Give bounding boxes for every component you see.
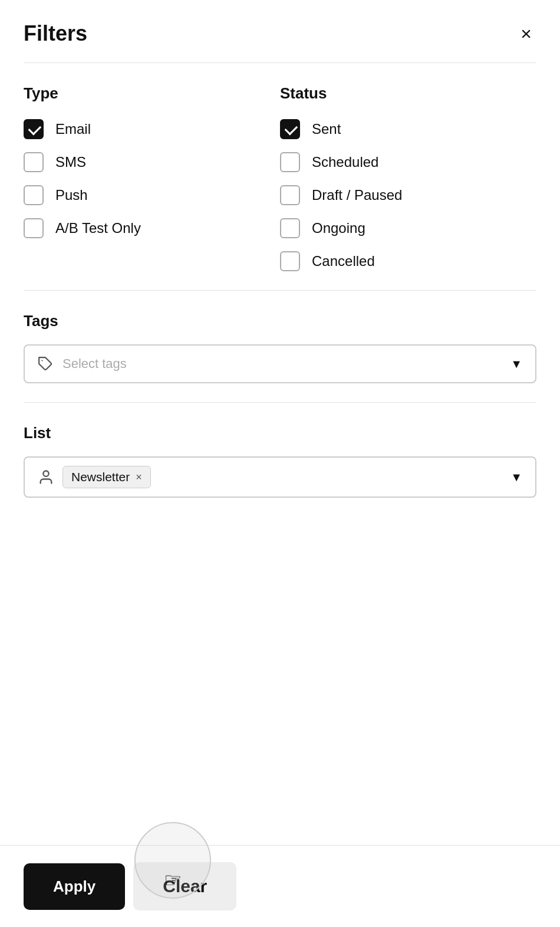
checkbox-sms[interactable]: SMS bbox=[24, 152, 280, 172]
checkbox-cancelled[interactable]: Cancelled bbox=[280, 251, 536, 271]
checkbox-cancelled-label: Cancelled bbox=[312, 253, 375, 269]
tags-dropdown[interactable]: Select tags ▼ bbox=[24, 344, 536, 383]
checkbox-cancelled-box[interactable] bbox=[280, 251, 300, 271]
filters-content: Type Email SMS Push A/ bbox=[0, 63, 560, 609]
checkbox-email-box[interactable] bbox=[24, 119, 44, 139]
clear-button[interactable]: Clear bbox=[133, 862, 236, 910]
tags-section: Tags Select tags ▼ bbox=[24, 291, 536, 403]
checkbox-sent-box[interactable] bbox=[280, 119, 300, 139]
close-button[interactable]: × bbox=[516, 22, 536, 45]
checkbox-email-label: Email bbox=[55, 121, 91, 137]
checkbox-push-box[interactable] bbox=[24, 185, 44, 205]
checkbox-ab-test-label: A/B Test Only bbox=[55, 220, 141, 236]
checkbox-ongoing-label: Ongoing bbox=[312, 220, 365, 236]
newsletter-chip-close[interactable]: × bbox=[136, 472, 142, 482]
checkbox-ab-test-box[interactable] bbox=[24, 218, 44, 238]
apply-button[interactable]: Apply bbox=[24, 863, 125, 910]
checkbox-sent-label: Sent bbox=[312, 121, 341, 137]
newsletter-chip: Newsletter × bbox=[62, 466, 151, 488]
tags-placeholder: Select tags bbox=[62, 356, 501, 372]
checkbox-sms-box[interactable] bbox=[24, 152, 44, 172]
list-chevron-icon: ▼ bbox=[510, 471, 522, 484]
checkbox-email[interactable]: Email bbox=[24, 119, 280, 139]
checkbox-draft-paused-box[interactable] bbox=[280, 185, 300, 205]
status-column: Status Sent Scheduled Draft / Paused bbox=[280, 84, 536, 271]
tags-label: Tags bbox=[24, 312, 536, 330]
checkbox-ongoing[interactable]: Ongoing bbox=[280, 218, 536, 238]
list-section: List Newsletter × ▼ bbox=[24, 403, 536, 517]
checkbox-scheduled-box[interactable] bbox=[280, 152, 300, 172]
checkbox-ab-test[interactable]: A/B Test Only bbox=[24, 218, 280, 238]
filters-panel: Filters × Type Email SMS bbox=[0, 0, 560, 927]
status-label: Status bbox=[280, 84, 536, 103]
checkbox-draft-paused-label: Draft / Paused bbox=[312, 187, 402, 203]
checkbox-draft-paused[interactable]: Draft / Paused bbox=[280, 185, 536, 205]
checkbox-push-label: Push bbox=[55, 187, 88, 203]
checkbox-scheduled-label: Scheduled bbox=[312, 154, 378, 170]
type-column: Type Email SMS Push A/ bbox=[24, 84, 280, 271]
tag-icon bbox=[38, 356, 53, 372]
panel-header: Filters × bbox=[0, 0, 560, 63]
footer: Apply Clear ☞ bbox=[0, 845, 560, 927]
checkbox-sent[interactable]: Sent bbox=[280, 119, 536, 139]
checkbox-ongoing-box[interactable] bbox=[280, 218, 300, 238]
type-label: Type bbox=[24, 84, 280, 103]
checkbox-sms-label: SMS bbox=[55, 154, 86, 170]
content-spacer bbox=[0, 609, 560, 845]
tags-chevron-icon: ▼ bbox=[510, 357, 522, 371]
user-icon bbox=[38, 469, 54, 485]
list-dropdown[interactable]: Newsletter × ▼ bbox=[24, 456, 536, 498]
checkbox-push[interactable]: Push bbox=[24, 185, 280, 205]
checkbox-scheduled[interactable]: Scheduled bbox=[280, 152, 536, 172]
svg-point-1 bbox=[43, 471, 48, 476]
type-status-section: Type Email SMS Push A/ bbox=[24, 63, 536, 291]
newsletter-chip-label: Newsletter bbox=[71, 470, 130, 484]
panel-title: Filters bbox=[24, 21, 87, 46]
list-label: List bbox=[24, 424, 536, 442]
filter-row: Type Email SMS Push A/ bbox=[24, 84, 536, 271]
